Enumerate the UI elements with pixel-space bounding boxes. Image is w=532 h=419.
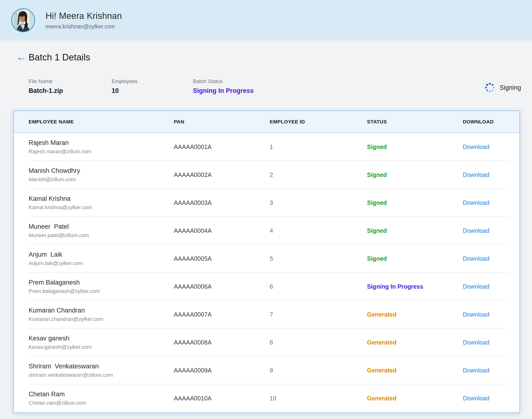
user-email: meera.krishnan@zylker.com — [46, 23, 122, 30]
employee-email: Muneer.patel@zillum.com — [29, 232, 174, 238]
employee-id: 4 — [270, 227, 367, 234]
table-row: Prem Balaganesh Prem.balaganesh@zylker.c… — [14, 273, 519, 301]
employees-label: Employees — [111, 78, 137, 85]
batch-status-value: Signing In Progress — [193, 87, 254, 94]
download-link[interactable]: Download — [463, 144, 489, 150]
table-row: Manish Chowdhry Manish@zillum.com AAAAA0… — [14, 161, 519, 189]
download-link[interactable]: Download — [463, 283, 489, 290]
employee-email: Rajesh.maran@zillum.com — [29, 148, 174, 155]
employee-id: 9 — [270, 367, 367, 374]
table-row: Kumaran Chandran Kumaran.chandran@zylker… — [14, 301, 519, 328]
employee-email: Kumaran.chandran@zylker.com — [29, 316, 174, 322]
status-badge: Signed — [367, 171, 463, 178]
employee-email: Anjum.laik@zylker.com — [29, 260, 174, 266]
employee-name: Rajesh Maran — [29, 139, 174, 147]
avatar-photo-placeholder — [12, 9, 34, 31]
user-greeting: Hi! Meera Krishnan — [46, 11, 122, 21]
table-row: Anjum Laik Anjum.laik@zylker.com AAAAA00… — [14, 245, 519, 273]
employee-name: Chetan Ram — [29, 391, 174, 398]
employee-pan: AAAAA0003A — [174, 199, 270, 206]
employee-id: 3 — [270, 199, 367, 206]
employee-pan: AAAAA0005A — [174, 255, 270, 262]
batch-info-strip: File Name Batch-1.zip Employees 10 Batch… — [0, 78, 532, 97]
status-badge: Signing In Progress — [367, 283, 463, 290]
employee-name: Prem Balaganesh — [29, 279, 174, 286]
user-banner: Hi! Meera Krishnan meera.krishnan@zylker… — [0, 0, 532, 40]
table-row: Kamal Krishna Kamal.krishna@zylker.com A… — [14, 189, 519, 217]
file-name-label: File Name — [29, 78, 63, 85]
download-link[interactable]: Download — [463, 339, 489, 346]
batch-status-label: Batch Status — [193, 78, 254, 85]
status-badge: Generated — [367, 311, 463, 318]
column-header-download: DOWNLOAD — [463, 119, 509, 125]
employee-email: Manish@zillum.com — [29, 176, 174, 183]
table-row: Kesav ganesh Kesav.ganesh@zylker.com AAA… — [14, 328, 519, 356]
employee-email: shriram.venkateswaran@zillum.com — [29, 372, 174, 378]
employee-name: Kamal Krishna — [29, 195, 174, 202]
status-badge: Generated — [367, 339, 463, 346]
download-link[interactable]: Download — [463, 171, 489, 178]
employee-id: 1 — [270, 144, 367, 150]
employee-pan: AAAAA0008A — [174, 339, 270, 346]
download-link[interactable]: Download — [463, 367, 489, 374]
employees-table: EMPLOYEE NAME PAN EMPLOYEE ID STATUS DOW… — [13, 110, 520, 413]
table-row: Rajesh Maran Rajesh.maran@zillum.com AAA… — [14, 133, 519, 161]
download-link[interactable]: Download — [463, 227, 489, 234]
employee-pan: AAAAA0001A — [174, 144, 270, 150]
employee-pan: AAAAA0010A — [174, 395, 270, 402]
file-name-value: Batch-1.zip — [29, 87, 63, 94]
employee-id: 7 — [270, 311, 367, 318]
employee-id: 10 — [270, 395, 367, 402]
avatar — [11, 8, 35, 32]
status-badge: Generated — [367, 367, 463, 374]
download-link[interactable]: Download — [463, 311, 489, 318]
employee-id: 5 — [270, 255, 367, 262]
employee-email: Kamal.krishna@zylker.com — [29, 204, 174, 210]
employee-email: Kesav.ganesh@zylker.com — [29, 344, 174, 350]
employee-id: 2 — [270, 171, 367, 178]
table-header-row: EMPLOYEE NAME PAN EMPLOYEE ID STATUS DOW… — [14, 111, 519, 133]
employee-name: Kumaran Chandran — [29, 307, 174, 314]
employee-pan: AAAAA0004A — [174, 227, 270, 234]
table-row: Shriram Venkateswaran shriram.venkateswa… — [14, 356, 519, 384]
employee-id: 6 — [270, 283, 367, 290]
employee-pan: AAAAA0006A — [174, 283, 270, 290]
employee-name: Kesav ganesh — [29, 335, 174, 342]
status-badge: Signed — [367, 199, 463, 206]
column-header-employee-id: EMPLOYEE ID — [270, 119, 367, 125]
employee-id: 8 — [270, 339, 367, 346]
employee-name: Muneer Patel — [29, 223, 174, 230]
signing-indicator: Signing — [485, 83, 521, 93]
back-arrow-icon[interactable]: ← — [16, 52, 27, 62]
table-row: Muneer Patel Muneer.patel@zillum.com AAA… — [14, 217, 519, 245]
column-header-employee-name: EMPLOYEE NAME — [29, 119, 174, 125]
table-row: Chetan Ram Chetan.ram@zillum.com AAAAA00… — [14, 384, 519, 412]
signing-indicator-label: Signing — [500, 84, 521, 92]
employee-pan: AAAAA0002A — [174, 171, 270, 178]
employees-count: 10 — [111, 87, 137, 94]
employee-email: Chetan.ram@zillum.com — [29, 400, 174, 406]
table-body: Rajesh Maran Rajesh.maran@zillum.com AAA… — [14, 133, 519, 412]
status-badge: Signed — [367, 144, 463, 150]
employee-pan: AAAAA0007A — [174, 311, 270, 318]
employee-name: Manish Chowdhry — [29, 167, 174, 174]
download-link[interactable]: Download — [463, 395, 489, 402]
column-header-pan: PAN — [174, 119, 270, 125]
column-header-status: STATUS — [367, 119, 463, 125]
employee-name: Shriram Venkateswaran — [29, 363, 174, 370]
page-title: Batch 1 Details — [29, 52, 90, 63]
download-link[interactable]: Download — [463, 199, 489, 206]
status-badge: Signed — [367, 227, 463, 234]
employee-pan: AAAAA0009A — [174, 367, 270, 374]
status-badge: Generated — [367, 395, 463, 402]
download-link[interactable]: Download — [463, 255, 489, 262]
employee-name: Anjum Laik — [29, 251, 174, 258]
employee-email: Prem.balaganesh@zylker.com — [29, 288, 174, 294]
spinner-icon — [485, 83, 495, 93]
status-badge: Signed — [367, 255, 463, 262]
